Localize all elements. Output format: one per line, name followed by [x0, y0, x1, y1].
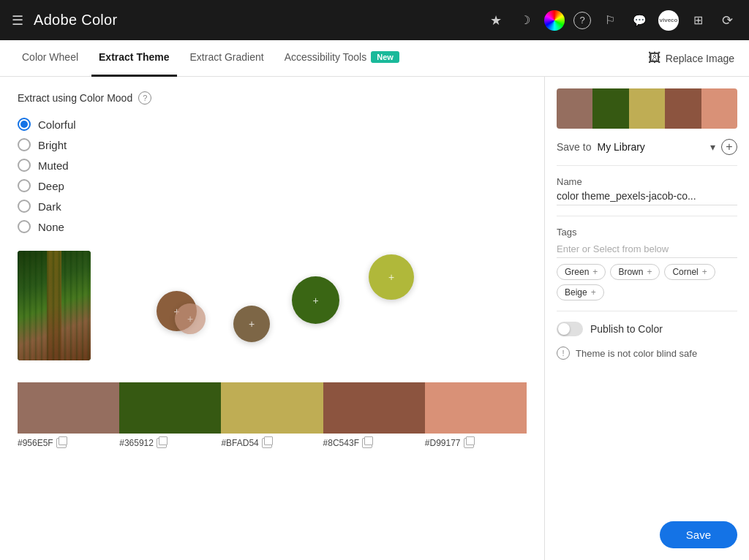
color-code-2: #365912: [119, 438, 221, 448]
color-circle-4[interactable]: +: [292, 276, 339, 324]
copy-icon-1[interactable]: [56, 438, 67, 448]
radio-dark-circle[interactable]: [18, 200, 31, 213]
tag-cornel[interactable]: Cornel +: [664, 264, 715, 280]
radio-bright-label: Bright: [38, 139, 67, 151]
hamburger-icon[interactable]: ☰: [12, 12, 23, 29]
save-button[interactable]: Save: [660, 521, 737, 548]
nav-left: ☰ Adobe Color: [12, 12, 474, 29]
tab-extract-theme[interactable]: Extract Theme: [91, 40, 176, 77]
flag-icon[interactable]: ⚐: [600, 10, 620, 31]
copy-icon-3[interactable]: [262, 438, 272, 448]
radio-deep-label: Deep: [38, 180, 64, 192]
swatch-4[interactable]: [323, 382, 425, 434]
mood-help-icon[interactable]: ?: [138, 91, 151, 105]
divider-1: [557, 165, 737, 166]
hex-value-5: #D99177: [425, 438, 461, 448]
swatch-5[interactable]: [425, 382, 527, 434]
swatch-3[interactable]: [221, 382, 323, 434]
swatch-2[interactable]: [119, 382, 221, 434]
copy-icon-4[interactable]: [362, 438, 372, 448]
publish-label: Publish to Color: [590, 323, 663, 335]
tag-beige-plus: +: [591, 287, 596, 298]
thumbnail-image: [18, 251, 91, 360]
radio-none[interactable]: None: [18, 220, 527, 233]
help-icon[interactable]: ?: [573, 12, 591, 29]
library-add-button[interactable]: +: [721, 139, 737, 155]
hex-value-1: #956E5F: [18, 438, 53, 448]
library-select[interactable]: My Library ▾: [597, 141, 715, 153]
swatch-1[interactable]: [18, 382, 119, 434]
radio-muted-circle[interactable]: [18, 159, 31, 172]
grid-icon[interactable]: ⊞: [688, 10, 708, 31]
radio-bright[interactable]: Bright: [18, 138, 527, 151]
new-badge: New: [371, 51, 399, 63]
theme-swatch-3[interactable]: [629, 88, 665, 129]
tags-list: Green + Brown + Cornel + Beige +: [557, 264, 737, 300]
tag-green-label: Green: [565, 267, 589, 277]
color-code-3: #BFAD54: [221, 438, 323, 448]
tabs-bar: Color Wheel Extract Theme Extract Gradie…: [0, 40, 749, 77]
theme-swatch-5[interactable]: [701, 88, 737, 129]
publish-toggle[interactable]: [557, 322, 583, 336]
theme-swatch-4[interactable]: [665, 88, 701, 129]
radio-none-circle[interactable]: [18, 220, 31, 233]
tag-brown[interactable]: Brown +: [610, 264, 660, 280]
tag-beige[interactable]: Beige +: [557, 284, 604, 300]
theme-preview: [557, 88, 737, 129]
name-value[interactable]: color theme_pexels-jacob-co...: [557, 190, 737, 205]
radio-bright-circle[interactable]: [18, 138, 31, 151]
warning-row: ! Theme is not color blind safe: [557, 347, 737, 360]
radio-deep[interactable]: Deep: [18, 179, 527, 192]
radio-muted-label: Muted: [38, 159, 69, 172]
radio-colorful-circle[interactable]: [18, 118, 31, 131]
color-circle-3[interactable]: +: [233, 306, 270, 342]
theme-swatch-2[interactable]: [592, 88, 628, 129]
color-circle-5[interactable]: +: [369, 254, 414, 300]
color-code-1: #956E5F: [18, 438, 119, 448]
hex-value-2: #365912: [119, 438, 154, 448]
tag-beige-label: Beige: [565, 287, 587, 298]
radio-colorful[interactable]: Colorful: [18, 118, 527, 131]
chevron-down-icon: ▾: [710, 141, 715, 153]
tab-color-wheel[interactable]: Color Wheel: [15, 40, 86, 77]
star-icon[interactable]: ★: [486, 10, 506, 31]
moon-icon[interactable]: ☽: [515, 10, 535, 31]
color-wheel-nav-icon[interactable]: [544, 10, 565, 31]
hex-value-3: #BFAD54: [221, 438, 258, 448]
circle-plus-4: +: [312, 295, 318, 306]
circle-plus-5: +: [388, 271, 394, 283]
avatar[interactable]: viveco: [658, 10, 679, 31]
tag-cornel-label: Cornel: [672, 267, 698, 277]
right-panel: Save to My Library ▾ + Name color theme_…: [544, 77, 749, 560]
top-nav: ☰ Adobe Color ★ ☽ ? ⚐ 💬 viveco ⊞ ⟳: [0, 0, 749, 40]
publish-row: Publish to Color: [557, 322, 737, 336]
left-panel: Extract using Color Mood ? Colorful Brig…: [0, 77, 544, 560]
tab-extract-gradient[interactable]: Extract Gradient: [183, 40, 271, 77]
tag-green[interactable]: Green +: [557, 264, 606, 280]
radio-muted[interactable]: Muted: [18, 159, 527, 172]
app-title: Adobe Color: [34, 12, 117, 29]
thumbnail: [18, 251, 91, 360]
extract-mood-section: Extract using Color Mood ?: [18, 91, 527, 105]
copy-icon-2[interactable]: [157, 438, 167, 448]
tab-accessibility-tools[interactable]: Accessibility Tools New: [277, 40, 407, 77]
warning-icon: !: [557, 347, 570, 360]
behance-icon[interactable]: ⟳: [717, 10, 737, 31]
radio-deep-circle[interactable]: [18, 179, 31, 192]
tags-input[interactable]: Enter or Select from below: [557, 243, 737, 258]
tags-section: Tags Enter or Select from below Green + …: [557, 227, 737, 300]
tag-brown-label: Brown: [618, 267, 643, 277]
divider-3: [557, 311, 737, 311]
color-circle-2[interactable]: +: [175, 303, 206, 334]
color-code-5: #D99177: [425, 438, 527, 448]
theme-swatch-1[interactable]: [557, 88, 592, 129]
circle-plus-3: +: [249, 318, 255, 330]
toggle-knob: [558, 323, 570, 335]
tag-brown-plus: +: [647, 267, 652, 277]
radio-dark[interactable]: Dark: [18, 200, 527, 213]
save-to-label: Save to: [557, 141, 591, 153]
copy-icon-5[interactable]: [464, 438, 474, 448]
radio-none-label: None: [38, 221, 64, 233]
replace-image-button[interactable]: 🖼 Replace Image: [648, 50, 734, 66]
chat-icon[interactable]: 💬: [629, 10, 650, 31]
